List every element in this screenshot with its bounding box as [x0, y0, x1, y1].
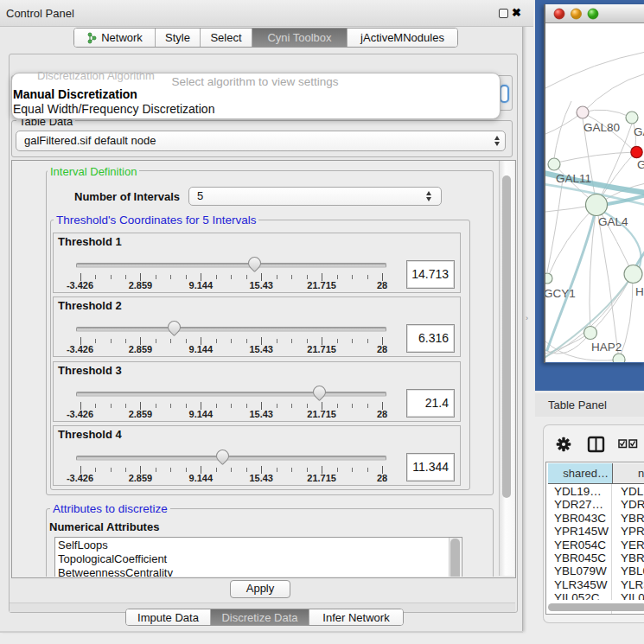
svg-text:GAL80: GAL80	[583, 121, 620, 134]
svg-text:GAL11: GAL11	[556, 172, 591, 185]
svg-text:GAL4: GAL4	[598, 215, 628, 228]
svg-text:G: G	[637, 158, 644, 171]
svg-text:HI: HI	[635, 285, 644, 298]
svg-text:HAP2: HAP2	[591, 341, 622, 354]
svg-text:GCY1: GCY1	[545, 287, 576, 300]
svg-text:GAL2: GAL2	[634, 125, 644, 138]
